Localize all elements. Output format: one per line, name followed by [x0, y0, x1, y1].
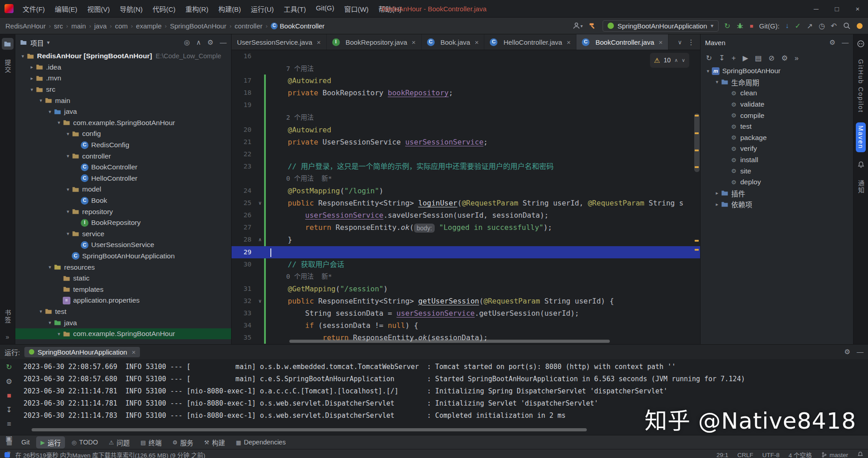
toolwindow-button-services[interactable]: ⚙服务 [168, 436, 198, 449]
warning-stripe-mark[interactable] [695, 166, 699, 168]
tree-item[interactable]: ⚙package [701, 132, 853, 144]
user-account-icon[interactable]: ▾ [572, 22, 583, 30]
tree-item[interactable]: CRedisConfig [15, 140, 231, 151]
chevron-expanded-icon[interactable]: ▾ [28, 87, 36, 93]
tree-item[interactable]: ▾src [15, 84, 231, 95]
settings-gear-icon[interactable]: ⚙ [830, 38, 836, 47]
line-separator[interactable]: CRLF [737, 452, 753, 458]
breadcrumb-item[interactable]: main [71, 22, 86, 30]
tree-item[interactable]: ▾mSpringBootAnHour [701, 65, 853, 77]
bookmarks-tool-button[interactable]: 书签 [2, 306, 14, 327]
editor-tab[interactable]: CBook.java× [422, 34, 485, 50]
chevron-expanded-icon[interactable]: ▾ [46, 264, 54, 270]
editor-tab[interactable]: CHelloController.java× [484, 34, 576, 50]
tree-item[interactable]: ▾resources [15, 262, 231, 273]
download-sources-icon[interactable]: ↧ [719, 54, 724, 62]
tree-item[interactable]: templates [15, 284, 231, 295]
caret-position[interactable]: 29:1 [716, 452, 728, 458]
refresh-icon[interactable]: ↻ [706, 54, 712, 62]
search-icon[interactable] [843, 22, 851, 30]
settings-gear-icon[interactable]: ⚙ [845, 348, 850, 356]
breadcrumb-item[interactable]: SpringBootAnHour [170, 22, 226, 30]
chevron-down-icon[interactable]: ▾ [47, 39, 50, 46]
project-tool-button[interactable] [2, 38, 14, 50]
tree-item[interactable]: ▾com.example.SpringBootAnHour [15, 117, 231, 129]
rerun-icon[interactable]: ↻ [6, 363, 12, 371]
tree-item[interactable]: ▾model [15, 184, 231, 195]
hide-panel-icon[interactable]: — [220, 38, 227, 47]
tree-item[interactable]: ▸.mvn [15, 73, 231, 84]
chevron-expanded-icon[interactable]: ▾ [46, 320, 54, 326]
tree-item[interactable]: ▾main [15, 95, 231, 106]
inspections-widget[interactable]: ⚠ 10 ∧ ∨ [650, 53, 689, 68]
tree-item[interactable]: ⚙verify [701, 143, 853, 154]
editor-tab[interactable]: IBookRepository.java× [327, 34, 422, 50]
editor-tab[interactable]: UserSessionService.java× [232, 34, 327, 50]
horizontal-scrollbar[interactable] [32, 428, 587, 431]
tree-item[interactable]: ▾java [15, 317, 231, 328]
chevron-expanded-icon[interactable]: ▾ [37, 308, 45, 314]
copilot-tool-button[interactable]: GitHub Copilot [856, 56, 866, 116]
vertical-scrollbar[interactable] [694, 113, 700, 172]
tree-item[interactable]: static [15, 273, 231, 284]
breadcrumb-item[interactable]: CBookController [271, 22, 325, 30]
chevron-expanded-icon[interactable]: ▾ [37, 98, 45, 103]
toolwindow-button-terminal[interactable]: ▤终端 [136, 436, 166, 449]
tree-item[interactable]: ⚙compile [701, 110, 853, 121]
breadcrumb-item[interactable]: src [54, 22, 63, 30]
toolwindow-button-run[interactable]: ▶运行 [36, 436, 65, 449]
tree-item[interactable]: ▸插件 [701, 188, 853, 199]
chevron-expanded-icon[interactable]: ▾ [64, 131, 72, 137]
settings-sliders-icon[interactable]: ⚙ [781, 54, 788, 62]
stop-icon[interactable]: ■ [7, 392, 11, 400]
git-branch[interactable]: master [821, 452, 848, 458]
chevron-expanded-icon[interactable]: ▾ [46, 109, 54, 115]
tab-options-icon[interactable]: ⋮ [687, 38, 695, 47]
menu-item[interactable]: 构建(B) [214, 2, 246, 15]
minimize-button[interactable]: ─ [806, 0, 826, 17]
copilot-icon[interactable] [855, 38, 867, 50]
rerun-icon[interactable]: ↻ [724, 22, 730, 30]
warning-stripe-mark[interactable] [695, 132, 699, 134]
tree-item[interactable]: CBook [15, 195, 231, 206]
fold-icon[interactable]: ∨ [256, 197, 264, 209]
menu-item[interactable]: 导航(N) [115, 2, 147, 15]
breadcrumb-item[interactable]: example [136, 22, 162, 30]
chevron-collapsed-icon[interactable]: ▸ [713, 201, 721, 207]
project-panel-title[interactable]: 项目 [30, 38, 44, 47]
tree-item[interactable]: ⚙site [701, 165, 853, 177]
more-tool-windows-icon[interactable]: » [6, 333, 9, 341]
add-icon[interactable]: + [732, 54, 736, 62]
tree-item[interactable]: ▾service [15, 229, 231, 240]
warning-stripe-mark[interactable] [695, 150, 699, 151]
hide-panel-icon[interactable]: — [857, 348, 863, 356]
breadcrumb-item[interactable]: com [115, 22, 128, 30]
screenshot-icon[interactable]: ▣ [5, 434, 12, 443]
run-icon[interactable]: ▶ [743, 54, 748, 62]
chevron-expanded-icon[interactable]: ▾ [704, 68, 712, 74]
code-editor[interactable]: 16 7 个用法17 @Autowired18 private BookRepo… [232, 50, 700, 344]
more-icon[interactable]: » [794, 54, 798, 62]
history-icon[interactable]: ◷ [819, 22, 825, 30]
bell-icon[interactable] [857, 451, 863, 458]
tree-item[interactable]: ▾RedisAnHour [SpringBootAnHour]E:\Code_L… [15, 51, 231, 62]
close-icon[interactable]: × [412, 38, 416, 46]
chevron-collapsed-icon[interactable]: ▸ [28, 64, 36, 70]
tree-item[interactable]: ⚙install [701, 154, 853, 166]
breadcrumb-item[interactable]: RedisAnHour [5, 22, 46, 30]
debug-icon[interactable] [736, 22, 744, 30]
close-icon[interactable]: × [659, 38, 663, 46]
editor-tab[interactable]: CBookController.java× [576, 34, 668, 50]
git-commit-icon[interactable]: ✓ [795, 22, 801, 30]
toolwindow-button-todo[interactable]: ◎TODO [67, 436, 102, 449]
tree-item[interactable]: IBookRepository [15, 217, 231, 229]
tree-item[interactable]: ⚙validate [701, 99, 853, 110]
build-hammer-icon[interactable] [589, 22, 597, 30]
indent-setting[interactable]: 4 个空格 [789, 450, 812, 458]
more-icon[interactable]: » [7, 449, 11, 456]
notifications-icon[interactable] [855, 159, 867, 170]
chevron-expanded-icon[interactable]: ▾ [64, 209, 72, 215]
hide-panel-icon[interactable]: — [842, 38, 849, 47]
breadcrumb-item[interactable]: controller [235, 22, 263, 30]
menu-item[interactable]: 工具(T) [279, 2, 310, 15]
